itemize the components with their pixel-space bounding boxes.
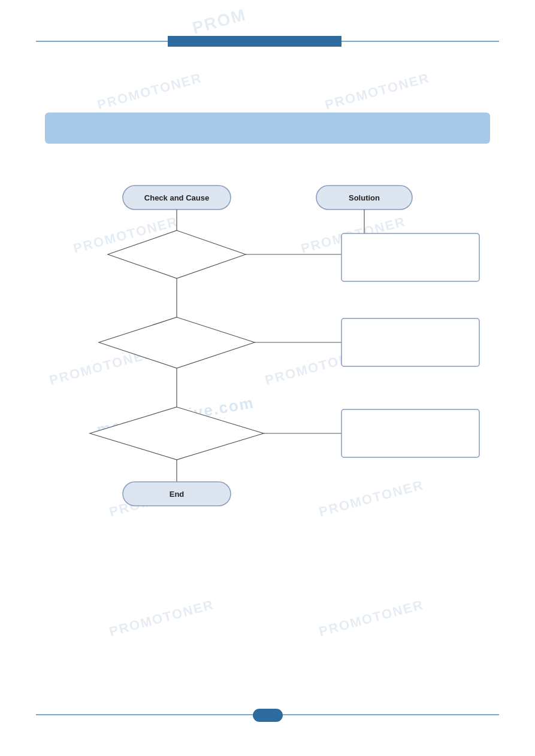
header-banner <box>45 113 490 144</box>
top-bar-accent <box>168 36 341 47</box>
svg-marker-3 <box>108 230 246 278</box>
bottom-circle-accent <box>253 709 283 722</box>
watermark-11: PROMOTONER <box>318 597 425 640</box>
watermark-10: PROMOTONER <box>108 597 216 640</box>
svg-rect-6 <box>341 233 479 281</box>
svg-rect-14 <box>341 409 479 457</box>
watermark-2: PROMOTONER <box>96 70 204 113</box>
svg-marker-12 <box>90 407 264 460</box>
check-and-cause-label: Check and Cause <box>144 193 209 202</box>
flowchart-svg: Check and Cause Solution End <box>48 162 491 521</box>
svg-rect-10 <box>341 318 479 366</box>
end-label: End <box>170 490 185 499</box>
solution-label: Solution <box>349 193 380 202</box>
watermark-1: PROM <box>190 5 248 38</box>
watermark-3: PROMOTONER <box>324 70 431 113</box>
svg-marker-8 <box>99 317 255 368</box>
